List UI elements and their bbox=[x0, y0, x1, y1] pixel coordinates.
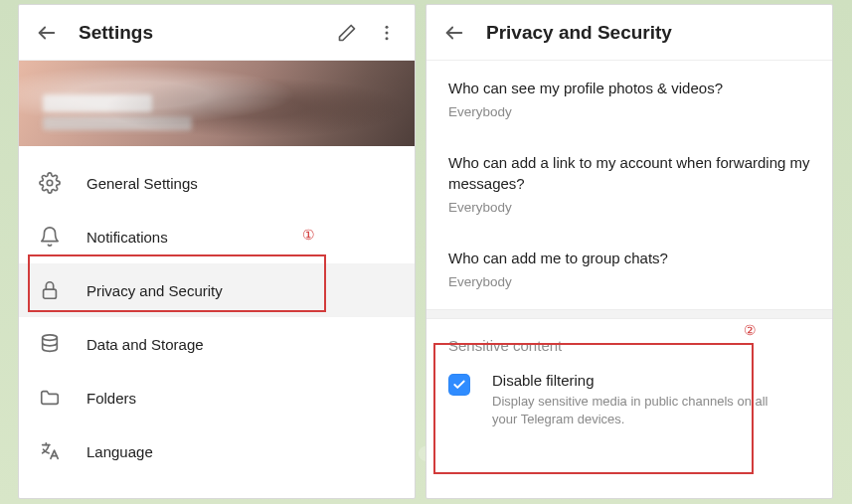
menu-item-general-settings[interactable]: General Settings bbox=[19, 156, 415, 210]
privacy-panel: Privacy and Security Who can see my prof… bbox=[426, 4, 833, 499]
privacy-answer: Everybody bbox=[448, 104, 810, 119]
gear-icon bbox=[39, 172, 61, 194]
settings-header: Settings bbox=[19, 5, 415, 61]
language-icon bbox=[39, 440, 61, 462]
svg-point-4 bbox=[47, 180, 53, 186]
disable-filtering-desc: Display sensitive media in public channe… bbox=[492, 393, 780, 427]
profile-banner[interactable] bbox=[19, 61, 415, 146]
bell-icon bbox=[39, 226, 61, 248]
menu-item-notifications[interactable]: Notifications bbox=[19, 210, 415, 263]
more-vertical-icon bbox=[377, 23, 397, 43]
svg-point-6 bbox=[43, 335, 58, 341]
profile-name-blurred bbox=[43, 94, 152, 112]
privacy-header: Privacy and Security bbox=[426, 5, 832, 61]
menu-label: Notifications bbox=[86, 229, 168, 246]
check-icon bbox=[452, 378, 466, 392]
disable-filtering-checkbox[interactable] bbox=[448, 374, 470, 396]
svg-point-1 bbox=[386, 25, 389, 28]
more-button[interactable] bbox=[367, 13, 407, 53]
privacy-question: Who can add a link to my account when fo… bbox=[448, 153, 810, 194]
svg-point-2 bbox=[386, 31, 389, 34]
privacy-answer: Everybody bbox=[448, 274, 810, 289]
arrow-left-icon bbox=[36, 22, 58, 44]
svg-point-3 bbox=[386, 37, 389, 40]
privacy-question: Who can add me to group chats? bbox=[448, 249, 810, 268]
settings-title: Settings bbox=[79, 22, 327, 44]
sensitive-content-section-title: Sensitive content bbox=[426, 319, 832, 362]
privacy-item-profile-photos[interactable]: Who can see my profile photos & videos? … bbox=[426, 61, 832, 135]
privacy-question: Who can see my profile photos & videos? bbox=[448, 79, 810, 98]
privacy-item-group-chats[interactable]: Who can add me to group chats? Everybody bbox=[426, 231, 832, 305]
lock-icon bbox=[39, 279, 61, 301]
database-icon bbox=[39, 333, 61, 355]
privacy-title: Privacy and Security bbox=[486, 22, 824, 44]
menu-label: Data and Storage bbox=[86, 336, 204, 353]
privacy-answer: Everybody bbox=[448, 200, 810, 215]
folder-icon bbox=[39, 387, 61, 409]
disable-filtering-row[interactable]: Disable filtering Display sensitive medi… bbox=[426, 362, 832, 445]
section-divider bbox=[426, 309, 832, 319]
menu-item-data-storage[interactable]: Data and Storage bbox=[19, 317, 415, 371]
menu-item-language[interactable]: Language bbox=[19, 424, 415, 478]
menu-item-folders[interactable]: Folders bbox=[19, 371, 415, 424]
menu-label: Privacy and Security bbox=[86, 282, 223, 299]
privacy-item-forward-link[interactable]: Who can add a link to my account when fo… bbox=[426, 135, 832, 231]
edit-button[interactable] bbox=[327, 13, 367, 53]
menu-label: Folders bbox=[86, 390, 136, 407]
settings-menu: General Settings Notifications Privacy a… bbox=[19, 146, 415, 478]
menu-item-privacy-security[interactable]: Privacy and Security bbox=[19, 263, 415, 317]
privacy-body: Who can see my profile photos & videos? … bbox=[426, 61, 832, 445]
menu-label: General Settings bbox=[86, 175, 198, 192]
menu-label: Language bbox=[86, 443, 153, 460]
svg-rect-5 bbox=[44, 289, 57, 298]
disable-filtering-text: Disable filtering Display sensitive medi… bbox=[492, 372, 780, 427]
profile-status-blurred bbox=[43, 116, 192, 130]
back-button[interactable] bbox=[434, 13, 474, 53]
back-button[interactable] bbox=[27, 13, 67, 53]
settings-panel: Settings General Settings Notifications bbox=[18, 4, 416, 499]
pencil-icon bbox=[337, 23, 357, 43]
arrow-left-icon bbox=[443, 22, 465, 44]
disable-filtering-title: Disable filtering bbox=[492, 372, 780, 389]
